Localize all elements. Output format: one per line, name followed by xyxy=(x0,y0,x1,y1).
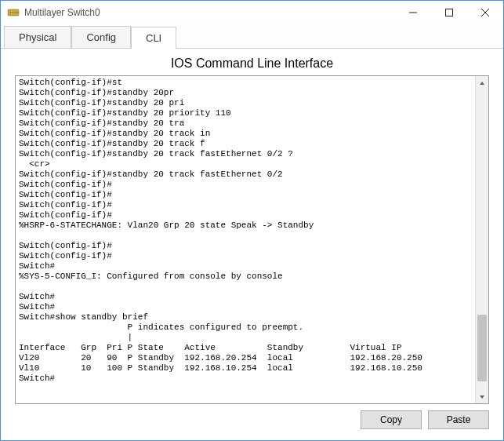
content-area: IOS Command Line Interface Switch(config… xyxy=(1,49,503,440)
tab-config[interactable]: Config xyxy=(71,26,131,48)
svg-marker-10 xyxy=(480,395,484,399)
svg-point-1 xyxy=(9,12,11,13)
scroll-up-button[interactable] xyxy=(476,76,488,89)
scroll-track[interactable] xyxy=(476,89,488,390)
scroll-thumb[interactable] xyxy=(477,315,487,381)
tab-bar: Physical Config CLI xyxy=(1,24,503,49)
svg-rect-6 xyxy=(446,9,453,16)
paste-button[interactable]: Paste xyxy=(428,410,489,429)
cli-output[interactable]: Switch(config-if)#st Switch(config-if)#s… xyxy=(16,76,475,403)
svg-point-4 xyxy=(16,12,18,13)
svg-point-2 xyxy=(12,12,13,13)
maximize-button[interactable] xyxy=(431,1,467,24)
scroll-down-button[interactable] xyxy=(476,390,488,403)
svg-marker-9 xyxy=(480,82,484,85)
button-row: Copy Paste xyxy=(15,410,489,429)
page-title: IOS Command Line Interface xyxy=(15,49,489,75)
window-controls xyxy=(395,1,503,24)
cli-panel: Switch(config-if)#st Switch(config-if)#s… xyxy=(15,75,489,404)
tab-physical[interactable]: Physical xyxy=(4,26,71,48)
cli-scrollbar[interactable] xyxy=(475,76,488,403)
app-icon xyxy=(7,6,20,19)
window-title: Multilayer Switch0 xyxy=(24,7,100,18)
copy-button[interactable]: Copy xyxy=(361,410,422,429)
tab-cli[interactable]: CLI xyxy=(131,27,176,49)
svg-point-3 xyxy=(14,12,16,13)
minimize-button[interactable] xyxy=(395,1,431,24)
app-window: Multilayer Switch0 Physical Config CLI I… xyxy=(0,0,504,441)
close-button[interactable] xyxy=(467,1,503,24)
titlebar: Multilayer Switch0 xyxy=(1,1,503,24)
